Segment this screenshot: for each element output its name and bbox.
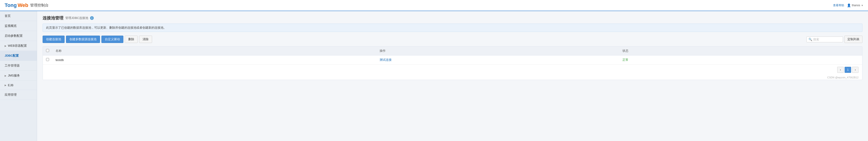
sidebar: 首页 监视概览 启动参数配置 ▶ WEB容器配置 JDBC配置 工作管理器 ▶ … [0, 11, 37, 141]
header-right: 查看帮助 👤 thanos ▼ [833, 3, 863, 7]
header-operation: 操作 [376, 46, 619, 56]
search-box: 🔍 [806, 37, 843, 42]
sidebar-item-label: 首页 [5, 14, 11, 18]
main-content: 连接池管理 管理JDBC连接池 i 此页显示了已创建的数据库连接池，可以更新、删… [37, 11, 868, 141]
sidebar-item-label: 应用管理 [5, 93, 17, 97]
sidebar-item-label: JDBC配置 [5, 54, 19, 58]
sidebar-item-home[interactable]: 首页 [0, 11, 37, 21]
logo-web: Web [18, 2, 28, 8]
page-1-button[interactable]: 1 [845, 67, 851, 73]
search-icon: 🔍 [808, 38, 812, 41]
row-name: testdb [52, 56, 376, 65]
connection-pool-table: 名称 操作 状态 testdb 测试连接 正常 ‹ 1 [42, 46, 863, 80]
sidebar-item-label: 监视概览 [5, 24, 17, 28]
sidebar-item-label: 工作管理器 [5, 64, 20, 68]
header-status: 状态 [619, 46, 862, 56]
table-header: 名称 操作 状态 [43, 46, 862, 56]
row-operation: 测试连接 [376, 56, 619, 65]
row-checkbox-cell [43, 56, 52, 65]
info-icon[interactable]: i [90, 16, 94, 20]
page-title-row: 连接池管理 管理JDBC连接池 i [42, 15, 863, 21]
description-text: 此页显示了已创建的数据库连接池，可以更新、删除所创建的连接池或者创建新的连接池。 [42, 24, 863, 32]
table: 名称 操作 状态 testdb 测试连接 正常 [43, 46, 862, 64]
row-status: 正常 [619, 56, 862, 65]
toolbar: 创建连接池 创建多数据源连接池 自定义驱动 删除 清除 🔍 定制列表 [42, 36, 863, 43]
search-area: 🔍 定制列表 [806, 36, 863, 43]
user-menu[interactable]: 👤 thanos ▼ [847, 3, 863, 7]
arrow-icon: ▶ [5, 84, 6, 86]
page-subtitle: 管理JDBC连接池 [65, 16, 88, 20]
user-icon: 👤 [847, 3, 851, 7]
sidebar-item-ejb[interactable]: ▶ EJB [0, 81, 37, 90]
create-datasource-button[interactable]: 创建多数据源连接池 [66, 36, 100, 43]
sidebar-item-label: WEB容器配置 [8, 44, 27, 48]
test-connection-button[interactable]: 测试连接 [380, 58, 392, 62]
table-body: testdb 测试连接 正常 [43, 56, 862, 65]
custom-list-button[interactable]: 定制列表 [844, 36, 863, 43]
header-checkbox-col [43, 46, 52, 56]
header-name: 名称 [52, 46, 376, 56]
clear-button[interactable]: 清除 [139, 36, 152, 43]
table-row: testdb 测试连接 正常 [43, 56, 862, 65]
search-input[interactable] [813, 38, 841, 41]
prev-page-button[interactable]: ‹ [837, 67, 844, 73]
create-pool-button[interactable]: 创建连接池 [42, 36, 65, 43]
chevron-down-icon: ▼ [861, 4, 863, 7]
row-checkbox[interactable] [46, 58, 49, 61]
select-all-checkbox[interactable] [46, 49, 49, 52]
sidebar-item-jdbc[interactable]: JDBC配置 [0, 51, 37, 61]
sidebar-item-label: 启动参数配置 [5, 34, 23, 38]
logo-text: 管理控制台 [30, 3, 49, 8]
sidebar-item-web[interactable]: ▶ WEB容器配置 [0, 41, 37, 51]
sidebar-item-monitor[interactable]: 监视概览 [0, 21, 37, 31]
logo-tong: Tong [5, 2, 17, 8]
sidebar-item-label: EJB [8, 83, 13, 87]
sidebar-item-startup[interactable]: 启动参数配置 [0, 31, 37, 41]
page-title: 连接池管理 [42, 15, 63, 21]
username-label: thanos [852, 4, 860, 7]
layout: 首页 监视概览 启动参数配置 ▶ WEB容器配置 JDBC配置 工作管理器 ▶ … [0, 11, 868, 141]
next-page-button[interactable]: › [852, 67, 859, 73]
help-link[interactable]: 查看帮助 [833, 3, 844, 7]
arrow-icon: ▶ [5, 45, 6, 47]
logo: TongWeb 管理控制台 [5, 2, 49, 8]
custom-driver-button[interactable]: 自定义驱动 [101, 36, 123, 43]
sidebar-item-app[interactable]: 应用管理 [0, 90, 37, 100]
footer-note: CSDN @wpzxin_47562B12 [43, 75, 862, 80]
delete-button[interactable]: 删除 [125, 36, 138, 43]
header: TongWeb 管理控制台 查看帮助 👤 thanos ▼ [0, 0, 868, 11]
sidebar-item-jms[interactable]: ▶ JMS服务 [0, 71, 37, 81]
arrow-icon: ▶ [5, 74, 6, 77]
sidebar-item-task[interactable]: 工作管理器 [0, 61, 37, 71]
sidebar-item-label: JMS服务 [8, 73, 20, 78]
pagination: ‹ 1 › [43, 64, 862, 75]
